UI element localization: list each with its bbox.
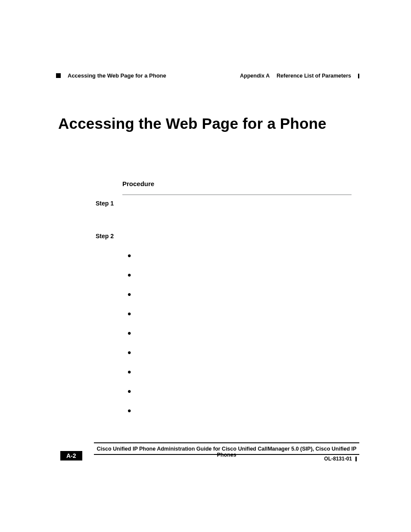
- bullet-item: •: [128, 289, 131, 300]
- footer-rule-bottom: [94, 454, 359, 455]
- bullet-item: •: [128, 406, 131, 416]
- bullet-item: •: [128, 386, 131, 397]
- bullet-list: •••••••••: [128, 251, 131, 425]
- appendix-title: Reference List of Parameters: [277, 73, 351, 79]
- page-header: Accessing the Web Page for a Phone Appen…: [56, 72, 359, 79]
- document-number: OL-8131-01: [324, 456, 357, 462]
- procedure-heading: Procedure: [122, 180, 154, 187]
- header-square-marker: [56, 73, 61, 78]
- footer-rule-top: [94, 442, 359, 443]
- bullet-item: •: [128, 367, 131, 377]
- header-right: Appendix A Reference List of Parameters: [240, 73, 359, 79]
- header-vertical-bar: [358, 74, 359, 78]
- bullet-item: •: [128, 251, 131, 261]
- bullet-item: •: [128, 328, 131, 339]
- bullet-item: •: [128, 309, 131, 319]
- bullet-item: •: [128, 348, 131, 358]
- step-1-label: Step 1: [96, 200, 114, 207]
- procedure-divider: [122, 194, 352, 195]
- step-2-label: Step 2: [96, 233, 114, 240]
- document-number-text: OL-8131-01: [324, 456, 352, 462]
- running-section-title: Accessing the Web Page for a Phone: [68, 72, 166, 79]
- footer-guide-title: Cisco Unified IP Phone Administration Gu…: [94, 446, 359, 458]
- page-title: Accessing the Web Page for a Phone: [58, 115, 327, 132]
- page-number-badge: A-2: [60, 451, 82, 460]
- appendix-label: Appendix A: [240, 73, 270, 79]
- bullet-item: •: [128, 270, 131, 280]
- footer-vertical-bar: [355, 457, 357, 461]
- header-left: Accessing the Web Page for a Phone: [56, 72, 166, 79]
